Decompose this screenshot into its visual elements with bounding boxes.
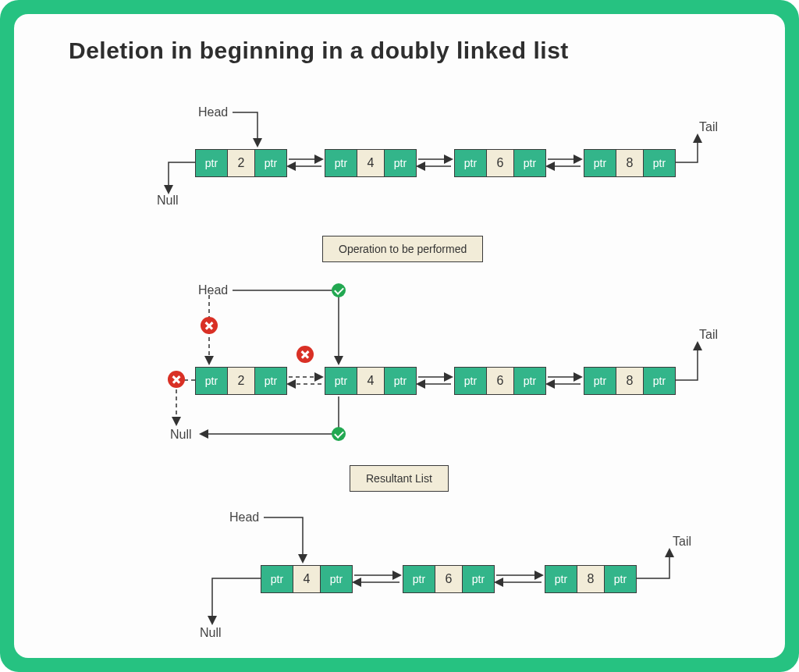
null-label: Null — [157, 194, 179, 208]
res-node-1-next: ptr — [321, 566, 352, 592]
node-2-prev: ptr — [325, 150, 357, 176]
res-node-2-prev: ptr — [403, 566, 435, 592]
tail-label: Tail — [699, 120, 718, 134]
res-node-1-value: 4 — [293, 566, 321, 592]
op-node-1-next: ptr — [255, 368, 286, 394]
res-node-2: ptr 6 ptr — [403, 565, 495, 593]
node-3-prev: ptr — [455, 150, 486, 176]
node-4-next: ptr — [644, 150, 675, 176]
op-node-4-prev: ptr — [584, 368, 616, 394]
null-label-3: Null — [200, 626, 222, 640]
node-3-value: 6 — [486, 150, 514, 176]
node-2-next: ptr — [385, 150, 416, 176]
null-label-2: Null — [170, 428, 192, 442]
op-node-3-prev: ptr — [455, 368, 486, 394]
node-2-value: 4 — [357, 150, 385, 176]
node-3-next: ptr — [514, 150, 545, 176]
node-2: ptr 4 ptr — [325, 149, 417, 177]
stage3-connectors — [14, 14, 785, 658]
node-4: ptr 8 ptr — [584, 149, 676, 177]
head-label-3: Head — [229, 510, 259, 524]
diagram-title: Deletion in beginning in a doubly linked… — [69, 37, 569, 64]
node-1-next: ptr — [255, 150, 286, 176]
op-node-4-value: 8 — [616, 368, 644, 394]
head-label: Head — [198, 105, 228, 119]
node-1-value: 2 — [227, 150, 255, 176]
op-node-3-value: 6 — [486, 368, 514, 394]
head-label-2: Head — [198, 283, 228, 297]
diagram-frame: Deletion in beginning in a doubly linked… — [0, 0, 799, 672]
res-node-2-value: 6 — [435, 566, 463, 592]
res-node-3-value: 8 — [577, 566, 605, 592]
op-node-2-value: 4 — [357, 368, 385, 394]
node-3: ptr 6 ptr — [454, 149, 546, 177]
res-node-1-prev: ptr — [261, 566, 293, 592]
node-1: ptr 2 ptr — [195, 149, 287, 177]
res-node-2-next: ptr — [463, 566, 494, 592]
check-icon — [332, 283, 346, 297]
res-node-3-next: ptr — [605, 566, 636, 592]
res-node-3-prev: ptr — [545, 566, 577, 592]
node-4-prev: ptr — [584, 150, 616, 176]
diagram-canvas: Deletion in beginning in a doubly linked… — [14, 14, 785, 658]
op-node-1: ptr 2 ptr — [195, 367, 287, 395]
operation-caption: Operation to be performed — [322, 236, 483, 262]
check-icon — [332, 427, 346, 441]
op-node-2: ptr 4 ptr — [325, 367, 417, 395]
res-node-3: ptr 8 ptr — [545, 565, 637, 593]
node-1-prev: ptr — [196, 150, 227, 176]
tail-label-2: Tail — [699, 328, 718, 342]
cross-icon — [168, 371, 185, 388]
cross-icon — [201, 317, 218, 334]
resultant-caption: Resultant List — [350, 465, 449, 492]
tail-label-3: Tail — [673, 535, 691, 549]
res-node-1: ptr 4 ptr — [261, 565, 353, 593]
op-node-1-value: 2 — [227, 368, 255, 394]
op-node-1-prev: ptr — [196, 368, 227, 394]
op-node-2-prev: ptr — [325, 368, 357, 394]
cross-icon — [297, 346, 314, 363]
op-node-3: ptr 6 ptr — [454, 367, 546, 395]
op-node-2-next: ptr — [385, 368, 416, 394]
op-node-4: ptr 8 ptr — [584, 367, 676, 395]
op-node-3-next: ptr — [514, 368, 545, 394]
op-node-4-next: ptr — [644, 368, 675, 394]
node-4-value: 8 — [616, 150, 644, 176]
